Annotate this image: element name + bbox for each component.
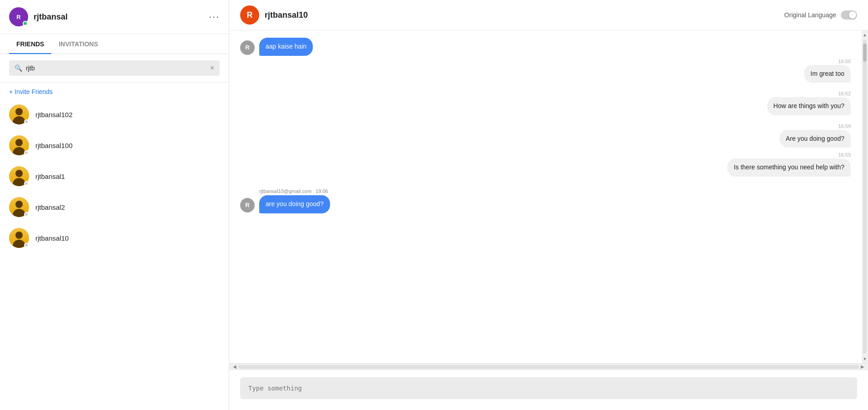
scroll-up-arrow[interactable]: ▲ [861,30,868,39]
message-row: 16:59 Is there something you need help w… [240,152,851,177]
message-bubble: Im great too [804,65,851,83]
friends-list: rjtbansal102 rjtbansal100 rjtbansal1 rjt… [0,99,229,410]
sidebar-username: rjtbansal [34,12,68,22]
message-time: 16:50 [838,59,851,64]
list-item[interactable]: rjtbansal100 [0,130,229,161]
friend-status-dot [24,150,29,155]
message-sender-email: rjtbansal10@gmail.com 19:06 [259,188,330,194]
search-container: 🔍 × [0,54,229,83]
invite-friends-button[interactable]: + Invite Friends [0,83,229,99]
menu-dots-button[interactable]: ··· [209,11,220,23]
message-row: 16:50 Im great too [240,59,851,83]
tab-invitations[interactable]: INVITATIONS [51,34,105,54]
message-bubble: Is there something you need help with? [727,158,851,177]
friend-status-dot [24,212,29,217]
friend-name: rjtbansal10 [35,234,69,242]
chat-input-area [229,370,868,410]
friend-status-dot [24,119,29,124]
vertical-scrollbar[interactable]: ▲ ▼ [862,30,868,363]
chat-area: R rjtbansal10 Original Language R aap ka… [229,0,868,410]
message-row: 16:59 Are you doing good? [240,123,851,148]
scroll-down-arrow[interactable]: ▼ [861,355,868,363]
message-time: 16:59 [838,152,851,158]
message-time: 16:59 [838,123,851,129]
chat-contact-name: rjtbansal10 [265,10,308,20]
list-item[interactable]: rjtbansal1 [0,161,229,192]
message-row: R aap kaise hain [240,38,851,56]
scroll-right-arrow[interactable]: ▶ [859,364,866,369]
incoming-group: rjtbansal10@gmail.com 19:06 are you doin… [259,188,330,213]
list-item[interactable]: rjtbansal102 [0,99,229,130]
search-icon: 🔍 [15,64,22,72]
scroll-thumb[interactable] [863,44,867,62]
sidebar: R rjtbansal ··· FRIENDS INVITATIONS 🔍 × … [0,0,229,410]
user-avatar: R [9,7,28,26]
messages-scroll[interactable]: R aap kaise hain 16:50 Im great too 16:5… [229,30,862,363]
message-sender-avatar: R [240,198,255,212]
tab-friends[interactable]: FRIENDS [9,34,51,54]
chat-header: R rjtbansal10 Original Language [229,0,868,30]
friend-status-dot [24,181,29,186]
friend-status-dot [24,243,29,247]
message-sender-avatar: R [240,40,255,55]
friend-name: rjtbansal1 [35,173,65,180]
original-language-label: Original Language [784,11,836,19]
chat-contact-avatar: R [240,5,259,25]
friend-name: rjtbansal2 [35,203,65,211]
h-scroll-track[interactable] [238,365,859,369]
incoming-group: aap kaise hain [259,38,313,56]
message-bubble: How are things with you? [767,97,851,115]
list-item[interactable]: rjtbansal10 [0,222,229,253]
friend-name: rjtbansal102 [35,111,73,119]
message-bubble: Are you doing good? [779,130,851,148]
message-bubble: aap kaise hain [259,38,313,56]
search-clear-button[interactable]: × [210,64,214,72]
scroll-left-arrow[interactable]: ◀ [231,364,238,369]
search-input[interactable] [26,64,207,72]
tabs-container: FRIENDS INVITATIONS [0,34,229,54]
search-box: 🔍 × [9,60,220,76]
chat-input[interactable] [240,377,857,399]
message-row: R rjtbansal10@gmail.com 19:06 are you do… [240,188,851,213]
message-time: 16:52 [838,91,851,96]
online-status-dot [23,21,28,26]
message-row: 16:52 How are things with you? [240,91,851,115]
messages-wrapper: R aap kaise hain 16:50 Im great too 16:5… [229,30,868,370]
list-item[interactable]: rjtbansal2 [0,192,229,222]
message-bubble: are you doing good? [259,195,330,213]
sidebar-header: R rjtbansal ··· [0,0,229,34]
original-language-toggle[interactable] [841,10,857,20]
chat-header-right: Original Language [784,10,857,20]
scroll-track[interactable] [863,40,867,354]
horizontal-scrollbar[interactable]: ◀ ▶ [229,363,868,370]
friend-name: rjtbansal100 [35,142,73,149]
